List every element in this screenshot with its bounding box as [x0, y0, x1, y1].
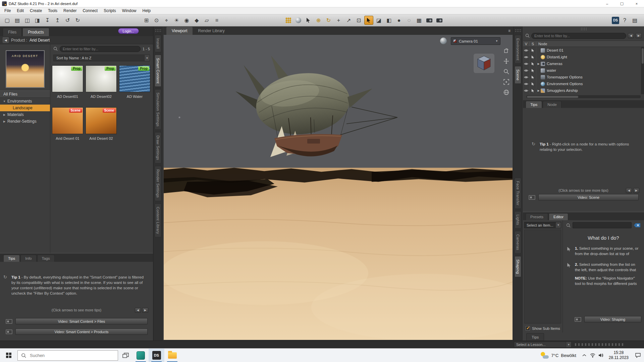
product-item[interactable]: Scene Arid Desert 02	[85, 107, 117, 140]
dock-tab[interactable]: Draw Settings	[155, 132, 161, 164]
scene-node-row[interactable]: Desert 01	[523, 47, 644, 54]
viewport-3d-canvas[interactable]: Camera 01 ▼	[164, 35, 513, 340]
dock-tab[interactable]: Shaping	[515, 256, 521, 277]
product-item[interactable]: Prop AD Desert01	[52, 65, 84, 99]
all-files-item[interactable]: All Files	[0, 90, 50, 98]
next-tip-button[interactable]: ▶	[142, 308, 148, 313]
new-render-icon[interactable]	[435, 16, 444, 25]
content-filter-input[interactable]	[60, 46, 141, 52]
create-primitive-icon[interactable]: ◆	[192, 16, 201, 25]
clear-search-icon[interactable]	[634, 223, 641, 228]
start-button[interactable]	[0, 349, 17, 362]
scene-tree-hscrollbar[interactable]	[526, 95, 641, 98]
title-bar[interactable]: DAZ Studio 4.21 Pro - 2 in Ari desert.du…	[0, 0, 644, 7]
visibility-eye-icon[interactable]	[523, 87, 530, 94]
column-node[interactable]: Node	[536, 42, 547, 46]
video-products-button[interactable]: Video: Smart Content > Products	[15, 328, 148, 335]
dock-grip[interactable]	[515, 29, 521, 33]
create-bone-icon[interactable]: ⌖	[162, 16, 171, 25]
task-view-button[interactable]	[118, 349, 133, 362]
video-shaping-button[interactable]: Video: Shaping	[584, 316, 641, 322]
sort-dropdown[interactable]: Sort by Name : A to Z ▼	[53, 55, 150, 61]
visibility-eye-icon[interactable]	[523, 67, 530, 74]
menu-item[interactable]: File	[1, 7, 14, 14]
expand-caret-icon[interactable]: ▶	[536, 89, 541, 92]
menu-item[interactable]: Window	[119, 7, 140, 14]
dock-tab[interactable]: Scene	[515, 66, 521, 84]
create-null-icon[interactable]: ⊙	[152, 16, 161, 25]
tab-render-library[interactable]: Render Library	[193, 27, 230, 35]
product-item[interactable]: Prop AD Desert02	[85, 65, 117, 99]
taskbar-search-input[interactable]	[29, 353, 106, 358]
product-item[interactable]: Prop AD Water	[119, 65, 151, 99]
product-item[interactable]: Scene Arid Desert 01	[52, 107, 84, 140]
dock-tab[interactable]: Environment	[515, 35, 521, 64]
pan-tool-icon[interactable]	[502, 57, 510, 65]
geometry-editor-tool-icon[interactable]: ◌	[405, 16, 414, 25]
volume-icon[interactable]	[597, 349, 605, 362]
minimize-button[interactable]: –	[600, 0, 614, 7]
dock-tab[interactable]: Install	[155, 35, 161, 52]
select-item-dropdown[interactable]: Select an Item... ▼	[524, 222, 561, 228]
view-orientation-cube[interactable]	[473, 52, 495, 75]
puppeteer-tool-icon[interactable]: ●	[394, 16, 404, 25]
filter-previous-button[interactable]: ◀	[628, 33, 634, 38]
previous-tip-button[interactable]: ◀	[135, 308, 141, 313]
tab-tips[interactable]: Tips	[526, 101, 542, 108]
selection-cursor-icon[interactable]	[530, 74, 536, 80]
create-light-icon[interactable]: ☀	[172, 16, 181, 25]
scene-node-row[interactable]: water	[523, 67, 644, 74]
item-list[interactable]	[524, 230, 561, 323]
help-icon[interactable]: ?	[620, 16, 629, 25]
pane-menu-icon[interactable]: ≡	[508, 28, 511, 33]
select-lesson-dropdown[interactable]: Select a Lesson... ▼	[514, 342, 572, 348]
menu-item[interactable]: Edit	[14, 7, 27, 14]
taskbar-clock[interactable]: 15:28 28.11.2023	[605, 350, 632, 360]
tab-editor[interactable]: Editor	[549, 213, 568, 220]
taskbar-app-daz-studio[interactable]: DS	[149, 349, 164, 362]
camera-lens-icon[interactable]	[440, 38, 447, 44]
selection-cursor-icon[interactable]	[530, 67, 536, 74]
create-camera-icon[interactable]: ◉	[182, 16, 191, 25]
product-cover-thumbnail[interactable]: ARID DESERT	[6, 50, 45, 88]
redo-icon[interactable]: ↻	[73, 16, 82, 25]
menu-item[interactable]: Connect	[79, 7, 101, 14]
render-settings-icon[interactable]	[425, 16, 434, 25]
pane-grip[interactable]	[581, 27, 587, 31]
network-icon[interactable]	[589, 349, 597, 362]
menu-item[interactable]: Render	[60, 7, 79, 14]
taskbar-weather-widget[interactable]: 7°C Bewölkt	[536, 349, 580, 362]
tab-files[interactable]: Files	[3, 28, 22, 36]
notification-center-icon[interactable]	[632, 349, 644, 362]
pane-dock-icon[interactable]: ▤	[630, 16, 639, 25]
tree-caret-icon[interactable]: ▶	[3, 120, 6, 123]
zoom-tool-icon[interactable]	[502, 68, 510, 75]
scene-node-row[interactable]: DistantLight	[523, 54, 644, 60]
selection-cursor-icon[interactable]	[530, 87, 536, 94]
selection-cursor-icon[interactable]	[530, 54, 536, 60]
scene-node-row[interactable]: Tonemapper Options	[523, 74, 644, 80]
tree-caret-icon[interactable]: ▶	[3, 113, 6, 116]
menu-item[interactable]: Scripts	[101, 7, 119, 14]
visibility-eye-icon[interactable]	[523, 47, 530, 54]
selection-cursor-icon[interactable]	[530, 47, 536, 54]
dock-tab[interactable]: Smart Content	[155, 55, 161, 87]
scale-tool-icon[interactable]: ↗	[344, 16, 353, 25]
scene-list-icon[interactable]: ≡	[212, 16, 221, 25]
back-button[interactable]: ◀	[3, 37, 9, 43]
show-sub-items-checkbox[interactable]	[526, 326, 530, 330]
save-scene-icon[interactable]: ◫	[23, 16, 32, 25]
taskbar-app-file-explorer[interactable]	[164, 349, 180, 362]
visibility-eye-icon[interactable]	[523, 74, 530, 80]
category-tree-item[interactable]: ▼ Environments	[0, 98, 50, 105]
perspective-tool-icon[interactable]	[502, 88, 510, 96]
dock-grip[interactable]	[155, 29, 161, 33]
dock-tab[interactable]: Cameras	[515, 231, 521, 253]
rotate-tool-icon[interactable]: ↻	[324, 16, 333, 25]
scene-filter-input[interactable]	[531, 33, 626, 39]
selection-cursor-icon[interactable]	[530, 80, 536, 87]
create-plane-icon[interactable]: ▱	[202, 16, 211, 25]
scene-node-row[interactable]: ▶ Cameras	[523, 60, 644, 67]
open-scene-icon[interactable]: ▤	[13, 16, 22, 25]
tab-tips-bottom[interactable]: Tips	[526, 333, 544, 341]
